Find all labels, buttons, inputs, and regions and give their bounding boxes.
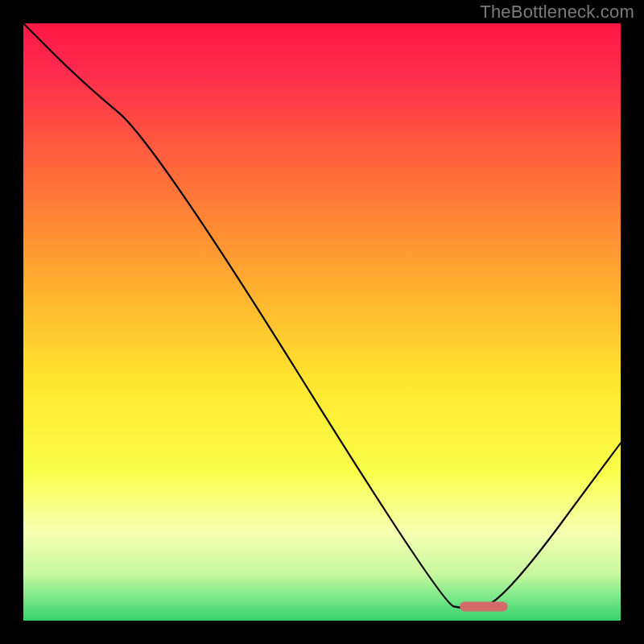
chart-frame: TheBottleneck.com (0, 0, 644, 644)
bottleneck-chart (0, 0, 644, 644)
optimal-range-marker (460, 601, 508, 611)
watermark-label: TheBottleneck.com (480, 2, 634, 23)
plot-background (23, 23, 621, 621)
